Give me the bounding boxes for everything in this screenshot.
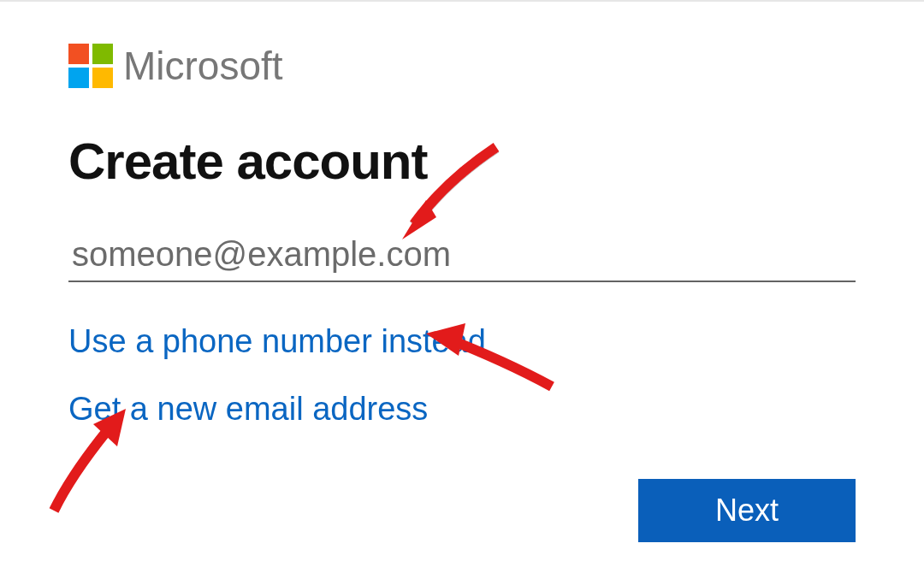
microsoft-squares-icon xyxy=(68,44,113,88)
use-phone-link[interactable]: Use a phone number instead xyxy=(68,323,856,360)
email-field-row[interactable] xyxy=(68,235,856,282)
brand-text: Microsoft xyxy=(123,43,283,89)
next-button[interactable]: Next xyxy=(638,479,856,542)
email-input[interactable] xyxy=(72,235,856,274)
next-button-label: Next xyxy=(715,493,779,529)
get-new-email-link[interactable]: Get a new email address xyxy=(68,391,856,428)
page-title: Create account xyxy=(68,132,856,191)
microsoft-logo: Microsoft xyxy=(68,43,856,89)
